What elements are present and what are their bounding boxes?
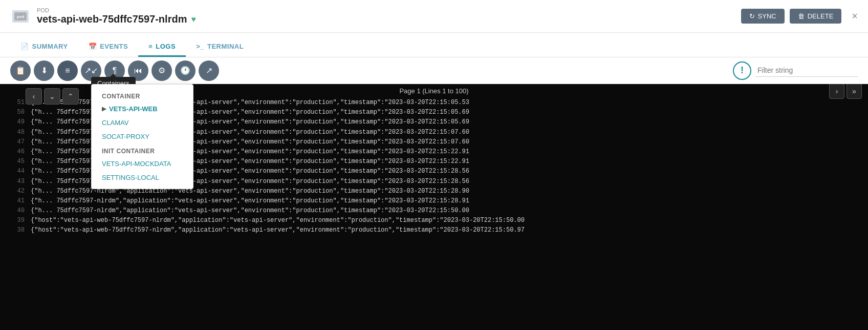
line-content: {"host":"vets-api-web-75dffc7597-nlrdm",… [31,216,525,225]
line-number: 47 [4,137,25,147]
clock-icon: 🕐 [180,66,190,75]
main-panel: pod pod vets-api-web-75dffc7597-nlrdm ♥ … [0,0,868,330]
container-item-vets-api-web[interactable]: ▶ VETS-API-WEB [92,102,193,116]
last-page-button[interactable]: » [847,84,862,99]
terminal-icon: >_ [196,43,204,50]
containers-dropdown: CONTAINER ▶ VETS-API-WEB CLAMAV SOCAT-PR… [91,84,193,189]
header-title-area: pod vets-api-web-75dffc7597-nlrdm ♥ [37,7,741,25]
logs-icon: ≡ [148,43,153,50]
clock-button[interactable]: 🕐 [175,60,196,81]
settings-button[interactable]: ⚙ [151,60,172,81]
sync-button[interactable]: ↻ SYNC [741,9,785,24]
pod-name: vets-api-web-75dffc7597-nlrdm ♥ [37,13,741,25]
chevron-icon: ▶ [102,106,106,112]
events-icon: 📅 [89,43,97,50]
svg-text:pod: pod [17,14,25,19]
tabs-bar: 📄 SUMMARY 📅 EVENTS ≡ LOGS >_ TERMINAL [0,33,868,57]
tab-terminal[interactable]: >_ TERMINAL [186,37,254,57]
line-number: 38 [4,225,25,235]
delete-button[interactable]: 🗑 DELETE [790,9,842,24]
health-icon: ♥ [191,15,196,24]
download-icon: ⬇ [41,66,48,75]
log-line: 39{"host":"vets-api-web-75dffc7597-nlrdm… [0,216,868,225]
scroll-left-button[interactable]: ‹ [26,88,42,105]
container-item-clamav[interactable]: CLAMAV [92,116,193,130]
header: pod pod vets-api-web-75dffc7597-nlrdm ♥ … [0,0,868,33]
line-content: {"h... 75dffc7597-nlrdm","application":"… [31,206,469,216]
line-number: 39 [4,216,25,225]
rewind-icon: ⏮ [134,66,142,75]
init-container-item-settings-local[interactable]: SETTINGS-LOCAL [92,171,193,184]
filter-warning-icon: ! [733,61,751,80]
external-button[interactable]: ↗ [199,60,219,81]
filter-input[interactable] [755,64,858,77]
log-nav-right: › » [829,84,862,99]
line-number: 46 [4,147,25,157]
log-line: 40{"h... 75dffc7597-nlrdm","application"… [0,206,868,216]
toolbar: 📋 ⬇ ≡ ↗↙ ¶ ⏮ ⚙ 🕐 ↗ Containers [0,57,868,84]
wrap-icon: ↗↙ [84,66,98,75]
tab-logs[interactable]: ≡ LOGS [138,37,186,57]
container-item-socat-proxy[interactable]: SOCAT-PROXY [92,130,193,143]
line-number: 45 [4,157,25,167]
log-line: 41{"h... 75dffc7597-nlrdm","application"… [0,196,868,206]
line-number: 42 [4,187,25,196]
line-number: 44 [4,167,25,176]
copy-button[interactable]: 📋 [10,60,31,81]
external-icon: ↗ [206,66,212,75]
tab-events[interactable]: 📅 EVENTS [78,37,139,57]
line-number: 49 [4,117,25,127]
scroll-down-button[interactable]: ⌄ [44,88,60,105]
line-number: 50 [4,108,25,117]
tab-summary[interactable]: 📄 SUMMARY [10,37,78,57]
summary-icon: 📄 [20,43,29,50]
scroll-up-button[interactable]: ⌃ [62,88,79,105]
next-page-button[interactable]: › [829,84,844,99]
container-section-label: CONTAINER [92,89,193,102]
header-actions: ↻ SYNC 🗑 DELETE × [741,9,858,24]
gear-icon: ⚙ [158,66,165,75]
line-content: {"host":"vets-api-web-75dffc7597-nlrdm",… [31,225,525,235]
download-button[interactable]: ⬇ [34,60,54,81]
page-info: Page 1 (Lines 1 to 100) [399,87,468,95]
trash-icon: 🗑 [798,12,805,20]
pod-label: pod [37,7,741,13]
init-container-item-vets-api-mockdata[interactable]: VETS-API-MOCKDATA [92,157,193,171]
sync-icon: ↻ [749,12,755,20]
line-number: 48 [4,128,25,137]
close-button[interactable]: × [852,10,858,22]
scroll-nav: ‹ ⌄ ⌃ [26,88,79,105]
containers-button[interactable]: ≡ [57,60,78,81]
list-icon: ≡ [65,66,70,75]
filter-area: ! [733,61,858,80]
line-number: 43 [4,177,25,187]
pod-icon: pod [10,6,31,27]
line-number: 41 [4,196,25,206]
copy-icon: 📋 [15,66,26,75]
init-container-section-label: INIT CONTAINER [92,143,193,157]
line-number: 51 [4,98,25,108]
log-line: 38{"host":"vets-api-web-75dffc7597-nlrdm… [0,225,868,235]
line-content: {"h... 75dffc7597-nlrdm","application":"… [31,196,469,206]
line-number: 40 [4,206,25,216]
